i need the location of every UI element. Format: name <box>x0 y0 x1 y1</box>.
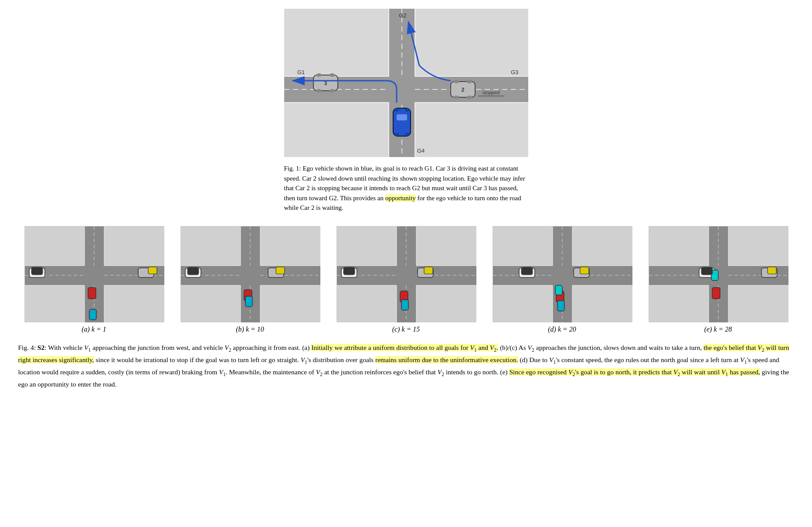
subfig-svg-b <box>181 226 320 322</box>
fig4-bold: S2 <box>37 344 44 351</box>
highlight3: remains uniform due to the uninformative… <box>375 356 518 363</box>
svg-rect-48 <box>85 266 104 285</box>
svg-rect-111 <box>401 300 408 310</box>
svg-rect-159 <box>701 267 713 275</box>
subfig-diagram-b <box>180 226 320 322</box>
opportunity-highlight: opportunity <box>385 195 416 202</box>
subfig-svg-c <box>337 226 476 322</box>
svg-rect-65 <box>89 309 96 320</box>
subfigure-b: (b) k = 10 <box>174 226 326 333</box>
svg-rect-134 <box>557 301 564 311</box>
svg-rect-66 <box>31 267 43 275</box>
subfig-label-d: (d) k = 20 <box>548 325 576 333</box>
subfig-label-c: (c) k = 15 <box>392 325 420 333</box>
svg-rect-2 <box>284 9 389 76</box>
intersection-diagram: G2 G1 G3 G4 3 <box>284 9 528 157</box>
svg-rect-112 <box>343 267 355 275</box>
svg-text:G1: G1 <box>297 69 305 75</box>
subfig-label-e: (e) k = 28 <box>704 325 732 333</box>
svg-rect-3 <box>415 9 528 76</box>
subfigure-a: (a) k = 1 <box>18 226 170 333</box>
subfigure-c: (c) k = 15 <box>330 226 482 333</box>
svg-rect-157 <box>768 267 776 274</box>
subfigure-e: (e) k = 28 <box>642 226 794 333</box>
svg-rect-5 <box>415 103 528 157</box>
svg-text:G3: G3 <box>511 69 518 75</box>
svg-rect-87 <box>276 267 285 274</box>
svg-rect-156 <box>712 287 720 299</box>
subfig-diagram-e <box>649 226 788 322</box>
subfigure-d: (d) k = 20 <box>486 226 638 333</box>
page-container: G2 G1 G3 G4 3 <box>18 9 794 390</box>
subfig-label-a: (a) k = 1 <box>82 325 106 333</box>
dashed-v-line <box>402 9 403 157</box>
svg-rect-117 <box>553 266 572 285</box>
subfig-diagram-d <box>493 226 632 322</box>
fig4-label: Fig. 4: S2: With vehicle V1 approaching … <box>18 344 789 388</box>
svg-rect-89 <box>187 267 199 275</box>
highlight1: Initially we attribute a uniform distrib… <box>311 344 498 351</box>
dashed-h-line <box>284 89 528 90</box>
svg-rect-71 <box>241 266 260 285</box>
svg-rect-63 <box>88 287 96 299</box>
svg-rect-4 <box>284 103 389 157</box>
highlight4: Since ego recognised V2's goal is to go … <box>509 368 760 376</box>
svg-text:G4: G4 <box>417 147 425 154</box>
subfig-svg-e <box>649 226 788 322</box>
subfigures-row: (a) k = 1 <box>18 226 794 333</box>
svg-rect-94 <box>397 266 416 285</box>
fig4-description: Fig. 4: S2: With vehicle V1 approaching … <box>18 342 794 390</box>
svg-rect-135 <box>521 267 533 275</box>
subfig-label-b: (b) k = 10 <box>236 325 264 333</box>
subfig-svg-a <box>25 226 164 322</box>
svg-rect-136 <box>555 285 562 295</box>
top-figure: G2 G1 G3 G4 3 <box>18 9 794 213</box>
svg-rect-110 <box>424 267 433 274</box>
svg-rect-88 <box>245 296 252 307</box>
svg-rect-133 <box>580 267 589 274</box>
fig1-caption-text: Fig. 1: Ego vehicle shown in blue, its g… <box>284 165 525 211</box>
svg-rect-64 <box>148 267 157 274</box>
subfig-svg-d <box>493 226 632 322</box>
fig1-caption: Fig. 1: Ego vehicle shown in blue, its g… <box>284 164 528 213</box>
subfig-diagram-a <box>24 226 164 322</box>
subfig-diagram-c <box>336 226 476 322</box>
